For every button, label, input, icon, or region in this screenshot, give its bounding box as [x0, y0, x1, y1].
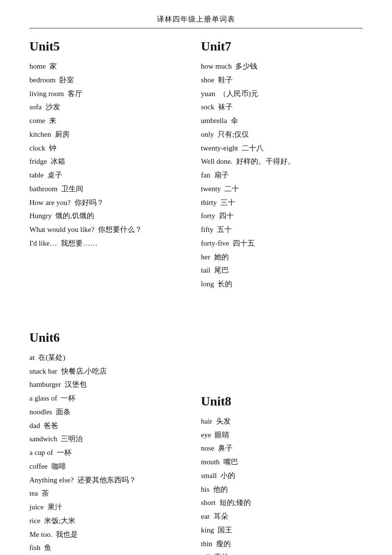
list-item: eye 眼睛: [201, 429, 363, 442]
list-item: sock 袜子: [201, 101, 363, 114]
list-item: hair 头发: [201, 415, 363, 429]
list-item: juice 果汁: [29, 501, 191, 514]
unit8-word-list: hair 头发 eye 眼睛 nose 鼻子 mouth 嘴巴 small 小的…: [201, 415, 363, 555]
unit7-section: Unit7 how much 多少钱 shoe 鞋子 yuan （人民币)元 s…: [201, 37, 363, 291]
unit5-title: Unit5: [29, 39, 191, 54]
list-item: forty 四十: [201, 209, 363, 223]
list-item: noodles 面条: [29, 405, 191, 419]
unit8-title: Unit8: [201, 394, 363, 409]
list-item: tea 茶: [29, 487, 191, 501]
list-item: twenty-eight 二十八: [201, 142, 363, 155]
list-item: long 长的: [201, 278, 363, 291]
list-item: fish 鱼: [29, 541, 191, 555]
list-item: at 在(某处): [29, 351, 191, 365]
list-item: her 她的: [201, 251, 363, 264]
list-item: living room 客厅: [29, 87, 191, 101]
list-item: table 桌子: [29, 169, 191, 182]
unit7-word-list: how much 多少钱 shoe 鞋子 yuan （人民币)元 sock 袜子…: [201, 60, 363, 291]
list-item: snack bar 快餐店,小吃店: [29, 365, 191, 378]
list-item: clock 钟: [29, 142, 191, 155]
list-item: Anything else? 还要其他东西吗？: [29, 474, 191, 487]
list-item: coffee 咖啡: [29, 460, 191, 474]
unit8-section: Unit8 hair 头发 eye 眼睛 nose 鼻子 mouth 嘴巴 sm…: [201, 392, 363, 555]
list-item: dad 爸爸: [29, 419, 191, 433]
list-item: kitchen 厨房: [29, 128, 191, 142]
list-item: yuan （人民币)元: [201, 87, 363, 101]
list-item: only 只有;仅仅: [201, 128, 363, 142]
list-item: forty-five 四十五: [201, 237, 363, 251]
unit6-title: Unit6: [29, 330, 191, 345]
unit5-section: Unit5 home 家 bedroom 卧室 living room 客厅 s…: [29, 37, 191, 291]
list-item: how much 多少钱: [201, 60, 363, 74]
list-item: Me too. 我也是: [29, 528, 191, 542]
spacer: [29, 306, 363, 324]
unit6-section: Unit6 at 在(某处) snack bar 快餐店,小吃店 hamburg…: [29, 328, 191, 555]
list-item: come 来: [29, 114, 191, 128]
list-item: home 家: [29, 60, 191, 74]
list-item: his 他的: [201, 483, 363, 497]
list-item: shoe 鞋子: [201, 74, 363, 87]
list-item: tall 高的: [201, 551, 363, 555]
unit5-word-list: home 家 bedroom 卧室 living room 客厅 sofa 沙发…: [29, 60, 191, 251]
list-item: thin 瘦的: [201, 537, 363, 551]
list-item: thirty 三十: [201, 196, 363, 210]
list-item: Hungry 饿的,饥饿的: [29, 209, 191, 223]
list-item: fridge 冰箱: [29, 155, 191, 169]
list-item: bathroom 卫生间: [29, 182, 191, 196]
unit7-title: Unit7: [201, 39, 363, 54]
list-item: mouth 嘴巴: [201, 455, 363, 469]
list-item: rice 米饭;大米: [29, 514, 191, 528]
list-item: king 国王: [201, 524, 363, 537]
list-item: tail 尾巴: [201, 264, 363, 278]
list-item: ear 耳朵: [201, 510, 363, 524]
unit6-word-list: at 在(某处) snack bar 快餐店,小吃店 hamburger 汉堡包…: [29, 351, 191, 555]
list-item: short 短的;矮的: [201, 496, 363, 510]
page-header: 译林四年级上册单词表: [29, 15, 363, 24]
header-divider: [29, 28, 363, 28]
list-item: small 小的: [201, 469, 363, 483]
list-item: fifty 五十: [201, 223, 363, 237]
list-item: What would you like? 你想要什么？: [29, 223, 191, 237]
list-item: How are you? 你好吗？: [29, 196, 191, 210]
list-item: bedroom 卧室: [29, 74, 191, 87]
list-item: twenty 二十: [201, 182, 363, 196]
list-item: nose 鼻子: [201, 442, 363, 455]
list-item: hamburger 汉堡包: [29, 378, 191, 392]
list-item: I'd like… 我想要……: [29, 237, 191, 251]
list-item: Well done. 好样的。干得好。: [201, 155, 363, 169]
bottom-section: Unit6 at 在(某处) snack bar 快餐店,小吃店 hamburg…: [29, 324, 363, 555]
list-item: sofa 沙发: [29, 101, 191, 114]
list-item: a cup of 一杯: [29, 446, 191, 460]
list-item: umbrella 伞: [201, 114, 363, 128]
list-item: sandwich 三明治: [29, 432, 191, 446]
list-item: a glass of 一杯: [29, 392, 191, 405]
list-item: fan 扇子: [201, 169, 363, 182]
